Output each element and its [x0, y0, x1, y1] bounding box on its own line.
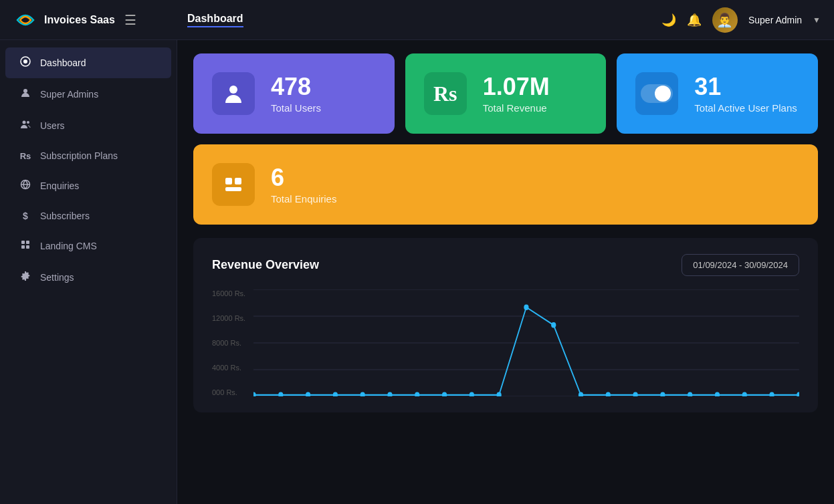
person-icon — [19, 88, 32, 101]
svg-point-25 — [415, 392, 419, 396]
chart-svg — [253, 289, 799, 396]
stat-card-total-users: 478 Total Users — [193, 53, 395, 134]
dollar-icon: $ — [19, 211, 32, 221]
total-users-number: 478 — [271, 74, 321, 100]
enquiries-stat-info: 6 Total Enquiries — [271, 164, 336, 205]
svg-rect-8 — [21, 245, 25, 249]
svg-point-2 — [23, 89, 27, 93]
sidebar-item-users[interactable]: Users — [5, 110, 171, 141]
sidebar-item-dashboard[interactable]: Dashboard — [5, 47, 171, 78]
svg-point-36 — [715, 392, 720, 396]
subscription-icon: Rs — [19, 151, 32, 161]
svg-point-29 — [524, 304, 528, 310]
rs-icon: Rs — [433, 82, 457, 106]
sidebar-item-users-label: Users — [40, 120, 65, 131]
date-range-button[interactable]: 01/09/2024 - 30/09/2024 — [682, 254, 799, 276]
sidebar-item-landing-cms-label: Landing CMS — [40, 241, 97, 251]
svg-point-27 — [470, 392, 474, 396]
sidebar-item-subscribers[interactable]: $ Subscribers — [5, 202, 171, 230]
notification-icon[interactable]: 🔔 — [687, 13, 702, 27]
total-active-plans-label: Total Active User Plans — [694, 102, 797, 114]
svg-point-33 — [633, 392, 638, 396]
nav-right: 🌙 🔔 👨‍💼 Super Admin ▼ — [661, 7, 821, 33]
revenue-title: Revenue Overview — [212, 258, 319, 272]
globe-icon — [19, 179, 32, 193]
avatar[interactable]: 👨‍💼 — [712, 7, 738, 33]
sidebar-item-enquiries-label: Enquiries — [40, 180, 79, 191]
active-plans-stat-icon — [635, 72, 678, 115]
svg-rect-9 — [26, 245, 29, 249]
svg-point-19 — [253, 392, 256, 396]
total-active-plans-number: 31 — [694, 74, 797, 100]
svg-rect-6 — [21, 241, 25, 244]
chart-area: 16000 Rs. 12000 Rs. 8000 Rs. 4000 Rs. 00… — [212, 289, 799, 396]
stat-cards-row1: 478 Total Users Rs 1.07M Total Revenue — [193, 53, 818, 134]
svg-point-32 — [606, 392, 611, 396]
svg-point-24 — [387, 392, 392, 396]
sidebar-item-enquiries[interactable]: Enquiries — [5, 170, 171, 201]
svg-point-3 — [23, 121, 26, 124]
sidebar-item-super-admins-label: Super Admins — [40, 89, 98, 100]
topnav: Invoices Saas ☰ Dashboard 🌙 🔔 👨‍💼 Super … — [0, 0, 834, 40]
revenue-stat-icon: Rs — [424, 72, 467, 115]
total-enquiries-label: Total Enquiries — [271, 193, 336, 205]
svg-point-39 — [797, 392, 799, 396]
y-label-16000: 16000 Rs. — [212, 289, 245, 297]
revenue-header: Revenue Overview 01/09/2024 - 30/09/2024 — [212, 254, 799, 276]
svg-rect-7 — [26, 241, 29, 244]
sidebar-item-subscribers-label: Subscribers — [40, 211, 90, 221]
revenue-stat-info: 1.07M Total Revenue — [483, 74, 550, 114]
svg-point-34 — [660, 392, 665, 396]
people-icon — [19, 119, 32, 132]
stat-card-total-enquiries: 6 Total Enquiries — [193, 144, 818, 225]
total-users-label: Total Users — [271, 102, 321, 114]
user-name[interactable]: Super Admin — [748, 15, 802, 25]
y-label-12000: 12000 Rs. — [212, 314, 245, 322]
enquiries-stat-icon — [212, 163, 255, 206]
svg-point-1 — [23, 59, 27, 64]
sidebar-item-dashboard-label: Dashboard — [40, 57, 86, 68]
svg-point-20 — [278, 392, 283, 396]
sidebar-item-landing-cms[interactable]: Landing CMS — [5, 231, 171, 261]
sidebar: Dashboard Super Admins Users — [0, 40, 177, 504]
sidebar-item-settings-label: Settings — [40, 272, 74, 283]
chevron-down-icon[interactable]: ▼ — [813, 15, 821, 25]
svg-point-30 — [551, 322, 556, 328]
grid-icon — [19, 56, 32, 70]
svg-point-10 — [229, 86, 237, 94]
total-revenue-label: Total Revenue — [483, 102, 550, 114]
sidebar-item-super-admins[interactable]: Super Admins — [5, 79, 171, 110]
users-stat-icon — [212, 72, 255, 115]
revenue-section: Revenue Overview 01/09/2024 - 30/09/2024… — [193, 238, 818, 412]
svg-point-38 — [770, 392, 774, 396]
stat-card-total-active-plans: 31 Total Active User Plans — [617, 53, 818, 134]
svg-point-35 — [688, 392, 692, 396]
chart-y-labels: 16000 Rs. 12000 Rs. 8000 Rs. 4000 Rs. 00… — [212, 289, 253, 396]
y-label-000: 000 Rs. — [212, 388, 245, 396]
toggle-icon — [641, 84, 673, 103]
main-content: 478 Total Users Rs 1.07M Total Revenue — [177, 40, 834, 504]
y-label-4000: 4000 Rs. — [212, 364, 245, 372]
svg-point-4 — [27, 121, 29, 124]
svg-rect-13 — [225, 187, 241, 191]
toggle-circle — [655, 86, 671, 102]
svg-point-22 — [333, 392, 338, 396]
sidebar-item-subscription-plans[interactable]: Rs Subscription Plans — [5, 142, 171, 170]
svg-point-28 — [497, 392, 502, 396]
svg-point-37 — [742, 392, 747, 396]
sidebar-item-settings[interactable]: Settings — [5, 262, 171, 293]
active-plans-stat-info: 31 Total Active User Plans — [694, 74, 797, 114]
stat-card-total-revenue: Rs 1.07M Total Revenue — [405, 53, 607, 134]
sidebar-item-subscription-plans-label: Subscription Plans — [40, 150, 118, 161]
total-revenue-number: 1.07M — [483, 74, 550, 100]
svg-rect-11 — [225, 178, 232, 184]
total-enquiries-number: 6 — [271, 164, 336, 191]
svg-point-26 — [442, 392, 447, 396]
page-title: Dashboard — [187, 13, 243, 27]
users-stat-info: 478 Total Users — [271, 74, 321, 114]
main-layout: Dashboard Super Admins Users — [0, 40, 834, 504]
dark-mode-icon[interactable]: 🌙 — [661, 13, 676, 27]
settings-icon — [19, 271, 32, 284]
svg-rect-12 — [235, 178, 241, 184]
hamburger-icon[interactable]: ☰ — [124, 12, 136, 28]
